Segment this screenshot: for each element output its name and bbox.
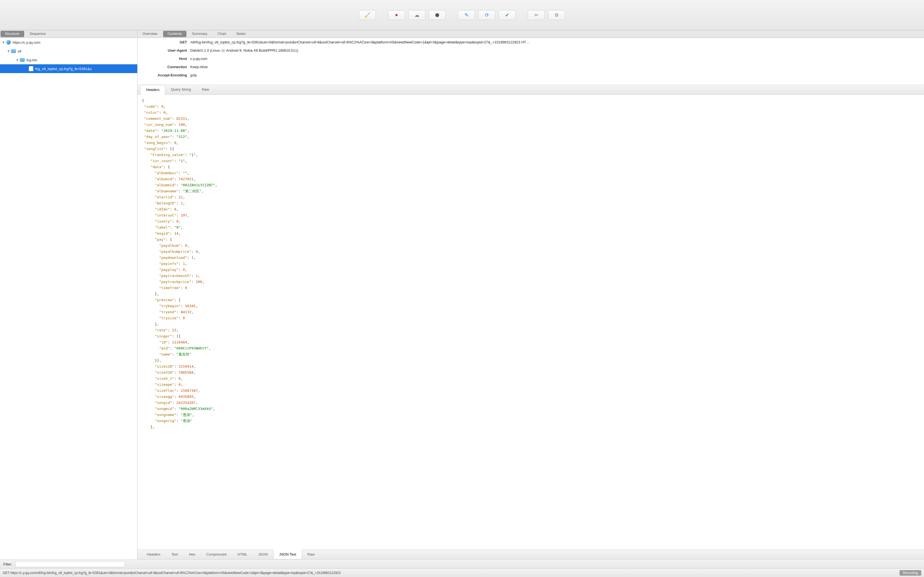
arrow-icon: ▼ <box>2 41 5 44</box>
req-path-value: /v8/fcg-bin/fcg_v8_toplist_cp.fcg?g_tk=5… <box>190 40 921 44</box>
content-panel: GET /v8/fcg-bin/fcg_v8_toplist_cp.fcg?g_… <box>137 38 924 559</box>
req-host-value: c.y.qq.com <box>190 56 921 61</box>
view-tabs-bar: StructureSequence OverviewContentsSummar… <box>0 30 924 38</box>
subnav-tab-query-string[interactable]: Query String <box>165 85 196 95</box>
filter-input[interactable] <box>15 561 125 567</box>
req-conn-label: Connection <box>141 65 190 69</box>
status-text: GET https://c.y.qq.com/v8/fcg-bin/fcg_v8… <box>3 571 341 575</box>
right-tab-overview[interactable]: Overview <box>137 30 163 38</box>
top-toolbar: 🧹 ● ☁ ⬢ ✎ ⟳ ✔ ✂ ⚙ <box>0 0 924 30</box>
hex-icon[interactable]: ⬢ <box>429 10 446 20</box>
folder-icon <box>11 48 16 53</box>
filter-bar: Filter: <box>0 559 924 569</box>
body-tab-html[interactable]: HTML <box>232 550 253 559</box>
record-icon[interactable]: ● <box>388 10 405 20</box>
main-split: ▼ https://c.y.qq.com ▼ v8 ▼ fcg-bin fcg_… <box>0 38 924 559</box>
subnav-tab-headers[interactable]: Headers <box>140 85 165 95</box>
req-conn-value: Keep-Alive <box>190 65 921 69</box>
left-tab-sequence[interactable]: Sequence <box>25 30 51 38</box>
structure-tree[interactable]: ▼ https://c.y.qq.com ▼ v8 ▼ fcg-bin fcg_… <box>0 38 137 559</box>
response-body-json[interactable]: { "code": 0, "color": 0, "comment_num": … <box>137 95 924 550</box>
tree-folder-fcgbin[interactable]: ▼ fcg-bin <box>0 55 137 64</box>
tree-request-row[interactable]: fcg_v8_toplist_cp.fcg?g_tk=5381&u <box>0 64 137 73</box>
body-tab-raw[interactable]: Raw <box>302 550 320 559</box>
req-ae-label: Accept-Encoding <box>141 73 190 77</box>
right-tab-contents[interactable]: Contents <box>163 31 186 37</box>
cloud-icon[interactable]: ☁ <box>409 10 425 20</box>
body-format-tabs: HeadersTextHexCompressedHTMLJSONJSON Tex… <box>137 550 924 559</box>
tree-host-label: https://c.y.qq.com <box>13 40 40 45</box>
request-info-block: GET /v8/fcg-bin/fcg_v8_toplist_cp.fcg?g_… <box>137 38 924 85</box>
arrow-icon: ▼ <box>15 58 19 61</box>
tree-host-row[interactable]: ▼ https://c.y.qq.com <box>0 38 137 47</box>
body-tab-hex[interactable]: Hex <box>183 550 201 559</box>
tree-folder-v8[interactable]: ▼ v8 <box>0 47 137 55</box>
filter-label: Filter: <box>3 562 12 566</box>
folder-icon <box>20 57 25 62</box>
right-tab-summary[interactable]: Summary <box>187 30 213 38</box>
tree-file-label: fcg_v8_toplist_cp.fcg?g_tk=5381&u <box>35 67 92 71</box>
arrow-icon: ▼ <box>6 50 10 53</box>
req-host-label: Host <box>141 56 190 61</box>
file-icon <box>29 66 34 71</box>
body-tab-text[interactable]: Text <box>166 550 183 559</box>
body-tab-json-text[interactable]: JSON Text <box>273 550 302 559</box>
tools-icon[interactable]: ✂ <box>528 10 545 20</box>
body-tab-json[interactable]: JSON <box>253 550 273 559</box>
broom-icon[interactable]: 🧹 <box>359 10 376 20</box>
subnav-tab-raw[interactable]: Raw <box>196 85 215 95</box>
left-view-tabs: StructureSequence <box>0 30 137 38</box>
body-tab-headers[interactable]: Headers <box>141 550 166 559</box>
right-tab-chart[interactable]: Chart <box>213 30 231 38</box>
right-view-tabs: OverviewContentsSummaryChartNotes <box>137 30 924 38</box>
req-ua-value: Dalvik/2.1.0 (Linux; U; Android 9; Nokia… <box>190 48 921 53</box>
recording-badge[interactable]: Recording <box>900 570 921 575</box>
globe-icon <box>6 40 11 45</box>
tree-folder-label: v8 <box>18 49 21 53</box>
req-ae-value: gzip <box>190 73 921 77</box>
right-tab-notes[interactable]: Notes <box>231 30 251 38</box>
gear-icon[interactable]: ⚙ <box>548 10 565 20</box>
left-tab-structure[interactable]: Structure <box>0 31 24 37</box>
req-ua-label: User-Agent <box>141 48 190 53</box>
check-icon[interactable]: ✔ <box>499 10 515 20</box>
body-tab-compressed[interactable]: Compressed <box>201 550 232 559</box>
tree-folder-label: fcg-bin <box>26 58 37 62</box>
req-method-label: GET <box>141 40 190 44</box>
edit-icon[interactable]: ✎ <box>458 10 475 20</box>
request-subnav: HeadersQuery StringRaw <box>137 85 924 95</box>
status-bar: GET https://c.y.qq.com/v8/fcg-bin/fcg_v8… <box>0 569 924 577</box>
refresh-icon[interactable]: ⟳ <box>478 10 495 20</box>
